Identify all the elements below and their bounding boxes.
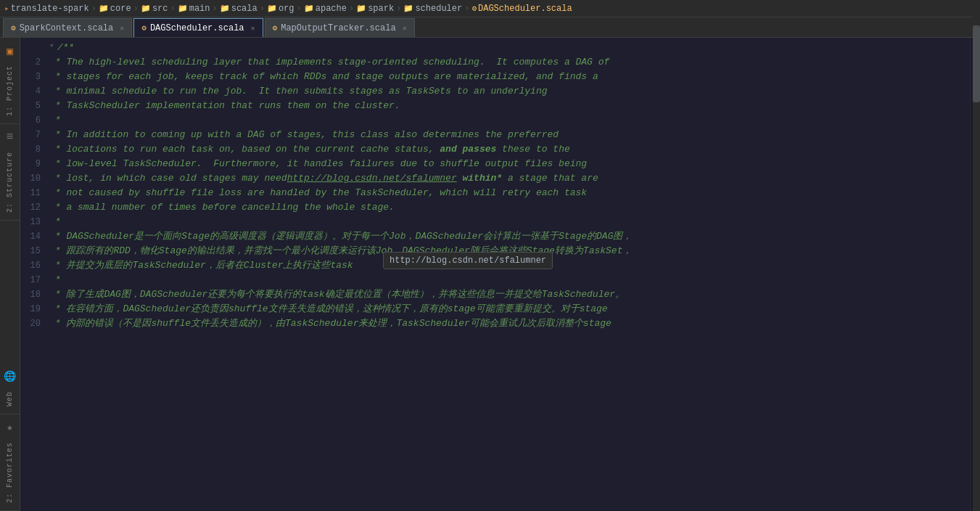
- breadcrumb-org[interactable]: org: [279, 4, 295, 14]
- breadcrumb: ▸ translate-spark › 📁 core › 📁 src › 📁 m…: [0, 0, 980, 17]
- code-scroll[interactable]: ▾ /** 2 * The high-level scheduling laye…: [20, 38, 970, 511]
- code-line-13: 13 *: [20, 215, 970, 229]
- sidebar-section-project: ▣ 1: Project: [0, 38, 20, 124]
- code-line-6: 6 *: [20, 113, 970, 128]
- tab-mapoutputtracker-close[interactable]: ✕: [403, 24, 407, 33]
- tabs-bar: ⚙ SparkContext.scala ✕ ⚙ DAGScheduler.sc…: [0, 17, 980, 38]
- breadcrumb-folder-icon-0: 📁: [99, 4, 109, 13]
- code-line-12: 12 * a small number of times before canc…: [20, 200, 970, 215]
- line-content-4: * minimal schedule to run the job. It th…: [49, 84, 964, 99]
- line-num-17: 17: [20, 273, 49, 287]
- line-num-18: 18: [20, 287, 49, 302]
- breadcrumb-src[interactable]: src: [152, 4, 168, 14]
- fold-1[interactable]: ▾: [49, 41, 56, 50]
- breadcrumb-class-icon: ⚙: [472, 4, 477, 13]
- breadcrumb-scheduler[interactable]: scheduler: [415, 4, 462, 14]
- sidebar-project-icon[interactable]: ▣: [0, 41, 20, 61]
- tab-sparkcontext[interactable]: ⚙ SparkContext.scala ✕: [3, 18, 132, 37]
- breadcrumb-core[interactable]: core: [110, 4, 131, 14]
- sidebar-section-web: 🌐 Web: [0, 364, 20, 414]
- breadcrumb-sep-2: ›: [170, 4, 175, 14]
- breadcrumb-dagscheduler[interactable]: DAGScheduler.scala: [478, 4, 572, 14]
- line-num-10: 10: [20, 171, 49, 186]
- breadcrumb-sep-0: ›: [91, 4, 96, 14]
- link-tooltip: http://blog.csdn.net/sfalumner: [383, 252, 553, 269]
- code-line-19: 19 * 在容错方面，DAGScheduler还负责因shuffle文件丢失造成…: [20, 302, 970, 316]
- breadcrumb-sep-5: ›: [297, 4, 302, 14]
- hyperlink-csdn[interactable]: http://blog.csdn.net/sfalumner: [287, 173, 457, 184]
- main-area: ▣ 1: Project ≡ 2: Structure 🌐 Web ★ 2: F…: [0, 38, 980, 511]
- tab-dagscheduler-close[interactable]: ✕: [251, 24, 255, 33]
- line-num-3: 3: [20, 70, 49, 84]
- tab-sparkcontext-label: SparkContext.scala: [20, 23, 114, 33]
- vertical-scrollbar[interactable]: [973, 38, 980, 511]
- tooltip-text: http://blog.csdn.net/sfalumner: [390, 256, 546, 266]
- breadcrumb-sep-6: ›: [349, 4, 354, 14]
- breadcrumb-main[interactable]: main: [189, 4, 210, 14]
- breadcrumb-folder-icon-1: 📁: [141, 4, 151, 13]
- breadcrumb-folder-icon-4: 📁: [267, 4, 277, 13]
- breadcrumb-folder-icon-6: 📁: [356, 4, 366, 13]
- code-line-8: 8 * locations to run each task on, based…: [20, 142, 970, 157]
- sidebar-web-icon[interactable]: 🌐: [0, 367, 20, 387]
- line-content-18: * 除了生成DAG图，DAGScheduler还要为每个将要执行的task确定最…: [49, 287, 964, 302]
- breadcrumb-sep-7: ›: [396, 4, 401, 14]
- tab-sparkcontext-close[interactable]: ✕: [120, 24, 124, 33]
- tab-dagscheduler[interactable]: ⚙ DAGScheduler.scala ✕: [133, 18, 263, 37]
- sidebar-structure-label[interactable]: 2: Structure: [4, 147, 15, 217]
- line-content-9: * low-level TaskScheduler. Furthermore, …: [49, 157, 964, 171]
- line-content-13: *: [49, 215, 964, 229]
- right-minimap: [970, 38, 980, 511]
- scrollbar-thumb[interactable]: [973, 38, 980, 102]
- breadcrumb-sep-4: ›: [260, 4, 265, 14]
- line-num-19: 19: [20, 302, 49, 316]
- sidebar-favorites-label[interactable]: 2: Favorites: [4, 438, 15, 507]
- line-content-7: * In addition to coming up with a DAG of…: [49, 128, 964, 142]
- breadcrumb-sep-1: ›: [133, 4, 139, 14]
- editor-area: ▾ /** 2 * The high-level scheduling laye…: [20, 38, 970, 511]
- breadcrumb-project[interactable]: translate-spark: [11, 4, 89, 14]
- sidebar-section-structure: ≡ 2: Structure: [0, 124, 20, 221]
- code-line-17: 17 *: [20, 273, 970, 287]
- tab-mapoutputtracker[interactable]: ⚙ MapOutputTracker.scala ✕: [265, 18, 415, 37]
- line-content-2: * The high-level scheduling layer that i…: [49, 55, 964, 70]
- breadcrumb-spark[interactable]: spark: [368, 4, 394, 14]
- tab-mapoutputtracker-label: MapOutputTracker.scala: [281, 23, 395, 33]
- code-line-3: 3 * stages for each job, keeps track of …: [20, 70, 970, 84]
- code-line-4: 4 * minimal schedule to run the job. It …: [20, 84, 970, 99]
- sidebar-structure-icon[interactable]: ≡: [0, 127, 20, 147]
- code-line-20: 20 * 内部的错误（不是因shuffle文件丢失造成的），由TaskSched…: [20, 316, 970, 331]
- tab-dagscheduler-icon: ⚙: [141, 23, 147, 33]
- line-content-6: *: [49, 113, 964, 128]
- breadcrumb-apache[interactable]: apache: [316, 4, 347, 14]
- code-line-14: 14 * DAGScheduler是一个面向Stage的高级调度器（逻辑调度器）…: [20, 229, 970, 244]
- sidebar-favorites-icon[interactable]: ★: [0, 417, 20, 438]
- line-content-14: * DAGScheduler是一个面向Stage的高级调度器（逻辑调度器）。对于…: [49, 229, 964, 244]
- tab-dagscheduler-label: DAGScheduler.scala: [150, 23, 244, 33]
- left-sidebar: ▣ 1: Project ≡ 2: Structure 🌐 Web ★ 2: F…: [0, 38, 20, 511]
- code-line-18: 18 * 除了生成DAG图，DAGScheduler还要为每个将要执行的task…: [20, 287, 970, 302]
- line-num-12: 12: [20, 200, 49, 215]
- code-line-1: ▾ /**: [20, 41, 970, 55]
- line-num-2: 2: [20, 55, 49, 70]
- sidebar-section-favorites: ★ 2: Favorites: [0, 414, 20, 511]
- line-content-5: * TaskScheduler implementation that runs…: [49, 99, 964, 113]
- line-content-8: * locations to run each task on, based o…: [49, 142, 964, 157]
- breadcrumb-folder-icon-2: 📁: [178, 4, 188, 13]
- line-content-1: /**: [57, 41, 964, 55]
- breadcrumb-folder-icon-5: 📁: [304, 4, 314, 13]
- breadcrumb-scala[interactable]: scala: [231, 4, 258, 14]
- line-num-6: 6: [20, 113, 49, 128]
- code-line-11: 11 * not caused by shuffle file loss are…: [20, 186, 970, 200]
- line-content-17: *: [49, 273, 964, 287]
- sidebar-project-label[interactable]: 1: Project: [4, 61, 15, 120]
- code-line-5: 5 * TaskScheduler implementation that ru…: [20, 99, 970, 113]
- sidebar-web-label[interactable]: Web: [4, 387, 15, 411]
- code-line-10: 10 * lost, in which case old stages may …: [20, 171, 970, 186]
- breadcrumb-folder-icon-7: 📁: [403, 4, 413, 13]
- line-content-11: * not caused by shuffle file loss are ha…: [49, 186, 964, 200]
- line-num-4: 4: [20, 84, 49, 99]
- code-line-9: 9 * low-level TaskScheduler. Furthermore…: [20, 157, 970, 171]
- tab-mapoutputtracker-icon: ⚙: [273, 23, 278, 33]
- line-num-7: 7: [20, 128, 49, 142]
